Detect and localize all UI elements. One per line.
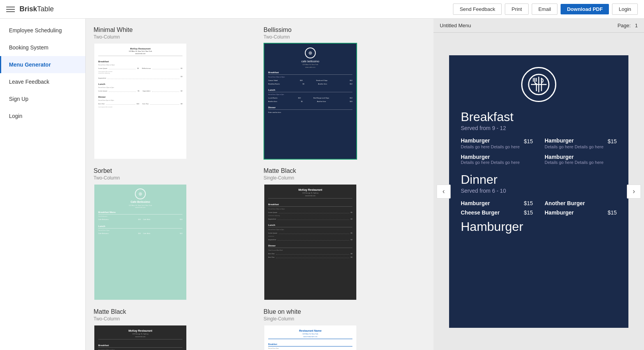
email-button[interactable]: Email <box>532 4 558 15</box>
template-subtitle: Two-Column <box>94 175 256 181</box>
template-subtitle: Two-Column <box>264 34 426 40</box>
main-layout: Employee Scheduling Booking System Menu … <box>0 19 644 350</box>
preview-logo-icon <box>521 67 556 102</box>
dinner-item-3: Cheese Burger $15 <box>461 209 533 216</box>
brand-name: BriskTable <box>19 5 54 13</box>
dinner-items: Hamburger $15 Another Burger Cheese Burg… <box>461 200 617 216</box>
template-bellissimo[interactable]: Bellissimo Two-Column ⊗ cafe bellissimo1… <box>264 26 426 160</box>
template-matte-black-single[interactable]: Matte Black Single-Column McKay Restaura… <box>264 167 426 301</box>
template-subtitle: Two-Column <box>94 316 256 322</box>
dinner-title: Dinner <box>461 172 617 187</box>
header-actions: Send Feedback Print Email Download PDF L… <box>453 4 638 15</box>
sidebar-item-leave-feedback[interactable]: Leave Feedback <box>0 73 85 90</box>
preview-nav: ‹ <box>433 33 644 350</box>
menu-title: Untitled Menu <box>440 23 471 28</box>
template-title: Matte Black <box>264 167 426 174</box>
preview-header: Untitled Menu Page: 1 <box>433 19 644 33</box>
menu-preview: Breakfast Served from 9 - 12 Hamburger $… <box>449 55 628 328</box>
dinner-item-1: Hamburger $15 <box>461 200 533 206</box>
extra-section: Hamburger <box>461 220 617 234</box>
breakfast-subtitle: Served from 9 - 12 <box>461 125 617 131</box>
sidebar-item-booking-system[interactable]: Booking System <box>0 39 85 56</box>
template-thumb-sorbet[interactable]: ⊗ Cafe Belissimo 123 Main St, New York, … <box>94 184 187 301</box>
dinner-item-4: Hamburger $15 <box>545 209 617 216</box>
breakfast-item-2: Hamburger $15 Details go here Details go… <box>545 137 617 149</box>
download-pdf-button[interactable]: Download PDF <box>561 4 609 14</box>
next-page-button[interactable]: › <box>627 185 641 199</box>
template-title: Sorbet <box>94 167 256 174</box>
login-button[interactable]: Login <box>612 4 638 15</box>
prev-page-button[interactable]: ‹ <box>437 185 451 199</box>
template-title: Blue on white <box>264 308 426 315</box>
template-thumb-matte-black-two[interactable]: McKay Restaurant123 George St, Sydneywww… <box>94 325 187 350</box>
template-subtitle: Single-Column <box>264 175 426 181</box>
template-title: Matte Black <box>94 308 256 315</box>
templates-grid: Minimal White Two-Column McKay Restauran… <box>94 26 426 350</box>
template-thumb-minimal-white[interactable]: McKay Restaurant123 Main St, New York, N… <box>94 43 187 160</box>
sidebar-item-menu-generator[interactable]: Menu Generator <box>0 56 85 73</box>
brand-suffix: Table <box>37 5 54 13</box>
page-number: 1 <box>635 23 638 28</box>
template-thumb-matte-black-single[interactable]: McKay Restaurant123 George St, Sydneywww… <box>264 184 357 301</box>
sidebar: Employee Scheduling Booking System Menu … <box>0 19 86 350</box>
breakfast-title: Breakfast <box>461 110 617 124</box>
templates-area: Minimal White Two-Column McKay Restauran… <box>86 19 433 350</box>
preview-logo-area <box>461 67 617 102</box>
template-minimal-white[interactable]: Minimal White Two-Column McKay Restauran… <box>94 26 256 160</box>
breakfast-items: Hamburger $15 Details go here Details go… <box>461 137 617 165</box>
template-thumb-blue-on-white[interactable]: Restaurant Name123 Main St, New Yorkwww.… <box>264 325 357 350</box>
header: BriskTable Send Feedback Print Email Dow… <box>0 0 644 19</box>
template-thumb-bellissimo[interactable]: ⊗ cafe bellissimo123 Main St, New Yorkww… <box>264 43 357 160</box>
page-label: Page: <box>617 23 631 28</box>
template-blue-on-white[interactable]: Blue on white Single-Column Restaurant N… <box>264 308 426 350</box>
logo-area: BriskTable <box>6 5 54 13</box>
bellissimo-thumb-icon: ⊗ <box>305 47 316 58</box>
template-subtitle: Single-Column <box>264 316 426 322</box>
sidebar-item-sign-up[interactable]: Sign Up <box>0 90 85 107</box>
dinner-subtitle: Served from 6 - 10 <box>461 188 617 194</box>
template-title: Bellissimo <box>264 26 426 33</box>
send-feedback-button[interactable]: Send Feedback <box>453 4 502 15</box>
page-info: Page: 1 <box>617 23 638 28</box>
template-sorbet[interactable]: Sorbet Two-Column ⊗ Cafe Belissimo 123 M… <box>94 167 256 301</box>
template-subtitle: Two-Column <box>94 34 256 40</box>
dinner-item-2: Another Burger <box>545 200 617 206</box>
breakfast-item-1: Hamburger $15 Details go here Details go… <box>461 137 533 149</box>
brand-prefix: Brisk <box>19 5 37 13</box>
sidebar-item-employee-scheduling[interactable]: Employee Scheduling <box>0 22 85 39</box>
breakfast-item-3: Hamburger Details go here Details go her… <box>461 154 533 165</box>
print-button[interactable]: Print <box>505 4 529 15</box>
template-title: Minimal White <box>94 26 256 33</box>
sidebar-item-login[interactable]: Login <box>0 107 85 125</box>
breakfast-item-4: Hamburger Details go here Details go her… <box>545 154 617 165</box>
preview-area: Untitled Menu Page: 1 ‹ <box>433 19 644 350</box>
hamburger-menu-icon[interactable] <box>6 7 15 12</box>
template-matte-black-two[interactable]: Matte Black Two-Column McKay Restaurant1… <box>94 308 256 350</box>
